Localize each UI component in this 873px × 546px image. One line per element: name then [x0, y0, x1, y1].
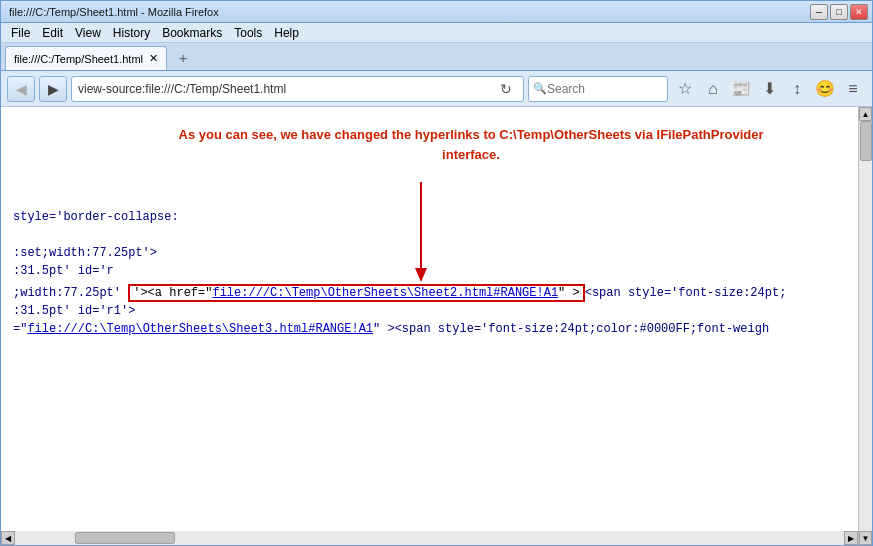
- code-text: [13, 228, 20, 242]
- emoji-icon[interactable]: 😊: [812, 76, 838, 102]
- search-icon: 🔍: [533, 82, 547, 95]
- address-text: view-source:file:///C:/Temp/Sheet1.html: [78, 82, 495, 96]
- new-tab-button[interactable]: +: [171, 46, 195, 70]
- scroll-track-v[interactable]: [859, 121, 872, 531]
- scroll-thumb-v[interactable]: [860, 121, 872, 161]
- window-controls: ─ □ ✕: [810, 4, 868, 20]
- menu-view[interactable]: View: [69, 24, 107, 42]
- scroll-thumb-h[interactable]: [75, 532, 175, 544]
- code-text: :set;width:77.25pt'>: [13, 246, 157, 260]
- scroll-up-button[interactable]: ▲: [859, 107, 872, 121]
- address-bar[interactable]: view-source:file:///C:/Temp/Sheet1.html …: [71, 76, 524, 102]
- search-input[interactable]: [547, 82, 663, 96]
- navbar: ◀ ▶ view-source:file:///C:/Temp/Sheet1.h…: [1, 71, 872, 107]
- menu-history[interactable]: History: [107, 24, 156, 42]
- code-text: =": [13, 322, 27, 336]
- maximize-button[interactable]: □: [830, 4, 848, 20]
- tab-title: file:///C:/Temp/Sheet1.html: [14, 53, 143, 65]
- browser-window: file:///C:/Temp/Sheet1.html - Mozilla Fi…: [0, 0, 873, 546]
- code-line: ="file:///C:\Temp\OtherSheets\Sheet3.htm…: [1, 322, 858, 340]
- menu-tools[interactable]: Tools: [228, 24, 268, 42]
- minimize-button[interactable]: ─: [810, 4, 828, 20]
- close-button[interactable]: ✕: [850, 4, 868, 20]
- svg-marker-1: [415, 268, 427, 282]
- code-text: :31.5pt' id='r1'>: [13, 304, 135, 318]
- sync-icon[interactable]: ↕: [784, 76, 810, 102]
- active-tab[interactable]: file:///C:/Temp/Sheet1.html ✕: [5, 46, 167, 70]
- download-icon[interactable]: ⬇: [756, 76, 782, 102]
- scroll-track-h[interactable]: [15, 531, 844, 545]
- scroll-left-button[interactable]: ◀: [1, 531, 15, 545]
- titlebar: file:///C:/Temp/Sheet1.html - Mozilla Fi…: [1, 1, 872, 23]
- code-suffix: <span style='font-size:24pt;: [585, 286, 787, 300]
- window-title: file:///C:/Temp/Sheet1.html - Mozilla Fi…: [5, 6, 810, 18]
- toolbar-icons: ☆ ⌂ 📰 ⬇ ↕ 😊 ≡: [672, 76, 866, 102]
- highlighted-code-line: ;width:77.25pt' '><a href="file:///C:\Te…: [1, 284, 858, 302]
- menubar: File Edit View History Bookmarks Tools H…: [1, 23, 872, 43]
- scroll-down-button[interactable]: ▼: [859, 531, 872, 545]
- tab-close[interactable]: ✕: [149, 52, 158, 65]
- code-text: style='border-collapse:: [13, 210, 179, 224]
- menu-bookmarks[interactable]: Bookmarks: [156, 24, 228, 42]
- scroll-right-button[interactable]: ▶: [844, 531, 858, 545]
- back-button[interactable]: ◀: [7, 76, 35, 102]
- main-view: As you can see, we have changed the hype…: [1, 107, 858, 545]
- search-bar[interactable]: 🔍: [528, 76, 668, 102]
- annotation-text: As you can see, we have changed the hype…: [156, 125, 786, 164]
- menu-icon[interactable]: ≡: [840, 76, 866, 102]
- code-text: :31.5pt' id='r: [13, 264, 114, 278]
- content-area: As you can see, we have changed the hype…: [1, 107, 872, 545]
- menu-edit[interactable]: Edit: [36, 24, 69, 42]
- menu-file[interactable]: File: [5, 24, 36, 42]
- code-highlight: '><a href="file:///C:\Temp\OtherSheets\S…: [128, 284, 584, 302]
- horizontal-scrollbar[interactable]: ◀ ▶: [1, 531, 858, 545]
- vertical-scrollbar[interactable]: ▲ ▼: [858, 107, 872, 545]
- code-line: :31.5pt' id='r1'>: [1, 304, 858, 322]
- reload-button[interactable]: ↻: [495, 78, 517, 100]
- code-prefix: ;width:77.25pt': [13, 286, 128, 300]
- forward-button[interactable]: ▶: [39, 76, 67, 102]
- home-icon[interactable]: ⌂: [700, 76, 726, 102]
- tabbar: file:///C:/Temp/Sheet1.html ✕ +: [1, 43, 872, 71]
- menu-help[interactable]: Help: [268, 24, 305, 42]
- bookmark-icon[interactable]: ☆: [672, 76, 698, 102]
- annotation-arrow: [391, 182, 451, 282]
- source-view[interactable]: As you can see, we have changed the hype…: [1, 107, 858, 531]
- reader-icon[interactable]: 📰: [728, 76, 754, 102]
